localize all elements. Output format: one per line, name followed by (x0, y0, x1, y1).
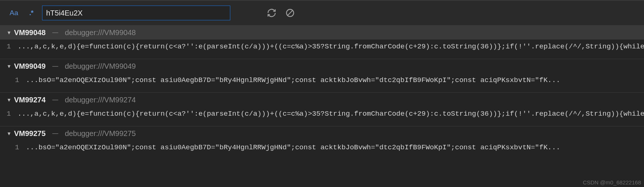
line-number: 1 (7, 143, 19, 152)
source-path: debugger:///VM99048 (65, 28, 136, 37)
separator: — (52, 29, 58, 36)
line-text: ...bsO="a2enOQEXIzOul90N";const asiu0Aeg… (26, 76, 560, 84)
separator: — (52, 63, 58, 69)
search-input[interactable] (42, 6, 230, 20)
line-text: ...bsO="a2enOQEXIzOul90N";const asiu0Aeg… (26, 143, 560, 152)
chevron-down-icon: ▼ (7, 64, 11, 69)
result-header[interactable]: ▼VM99049—debugger:///VM99049 (0, 59, 644, 73)
line-number: 1 (7, 76, 19, 84)
source-path: debugger:///VM99049 (65, 62, 136, 71)
regex-toggle[interactable]: .* (27, 8, 35, 18)
result-header[interactable]: ▼VM99275—debugger:///VM99275 (0, 126, 644, 140)
source-name: VM99275 (14, 129, 46, 138)
result-line[interactable]: 1...,a,c,k,e,d){e=function(c){return(c<a… (0, 107, 644, 121)
svg-line-1 (287, 11, 292, 16)
search-results: ▼VM99048—debugger:///VM990481...,a,c,k,e… (0, 25, 644, 187)
result-header[interactable]: ▼VM99048—debugger:///VM99048 (0, 26, 644, 40)
search-toolbar: Aa .* (0, 0, 644, 25)
line-text: ...,a,c,k,e,d){e=function(c){return(c<a?… (17, 110, 644, 118)
watermark: CSDN @m0_68222168 (583, 179, 641, 186)
separator: — (52, 96, 58, 103)
source-path: debugger:///VM99275 (65, 129, 136, 138)
cancel-icon[interactable] (284, 7, 296, 19)
source-name: VM99274 (14, 96, 46, 104)
result-header[interactable]: ▼VM99274—debugger:///VM99274 (0, 93, 644, 107)
result-group: ▼VM99274—debugger:///VM992741...,a,c,k,e… (0, 92, 644, 121)
line-text: ...,a,c,k,e,d){e=function(c){return(c<a?… (17, 42, 644, 51)
result-group: ▼VM99048—debugger:///VM990481...,a,c,k,e… (0, 25, 644, 54)
line-number: 1 (7, 42, 11, 51)
result-line[interactable]: 1...,a,c,k,e,d){e=function(c){return(c<a… (0, 40, 644, 54)
result-group: ▼VM99275—debugger:///VM992751...bsO="a2e… (0, 126, 644, 154)
result-group: ▼VM99049—debugger:///VM990491...bsO="a2e… (0, 59, 644, 87)
source-name: VM99048 (14, 28, 46, 37)
source-name: VM99049 (14, 62, 46, 71)
result-line[interactable]: 1...bsO="a2enOQEXIzOul90N";const asiu0Ae… (0, 73, 644, 87)
result-line[interactable]: 1...bsO="a2enOQEXIzOul90N";const asiu0Ae… (0, 140, 644, 154)
case-sensitive-toggle[interactable]: Aa (7, 8, 20, 18)
chevron-down-icon: ▼ (7, 30, 11, 35)
source-path: debugger:///VM99274 (65, 96, 136, 104)
chevron-down-icon: ▼ (7, 131, 11, 136)
line-number: 1 (7, 110, 11, 118)
chevron-down-icon: ▼ (7, 97, 11, 103)
refresh-icon[interactable] (266, 7, 278, 19)
separator: — (52, 130, 58, 137)
